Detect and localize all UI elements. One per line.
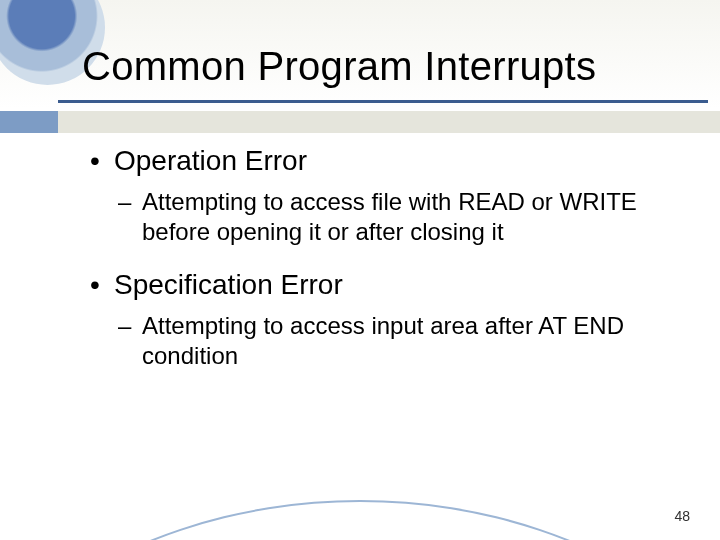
bullet-sub-text: Attempting to access input area after AT… (142, 312, 624, 369)
bullet-heading: Specification Error (90, 269, 670, 301)
title-area: Common Program Interrupts (82, 44, 690, 89)
bottom-arc-decoration-icon (0, 500, 720, 540)
bullet-sub-text: Attempting to access file with READ or W… (142, 188, 637, 245)
slide-title: Common Program Interrupts (82, 44, 690, 89)
header-band-accent (0, 111, 58, 133)
bullet-heading: Operation Error (90, 145, 670, 177)
bullet-heading-text: Specification Error (114, 269, 343, 300)
bullet-sub: Attempting to access file with READ or W… (118, 187, 670, 247)
title-underline (58, 100, 708, 103)
content-area: Operation Error Attempting to access fil… (90, 145, 670, 393)
slide: Common Program Interrupts Operation Erro… (0, 0, 720, 540)
bullet-sub: Attempting to access input area after AT… (118, 311, 670, 371)
page-number: 48 (674, 508, 690, 524)
header-band (0, 111, 720, 133)
bullet-heading-text: Operation Error (114, 145, 307, 176)
